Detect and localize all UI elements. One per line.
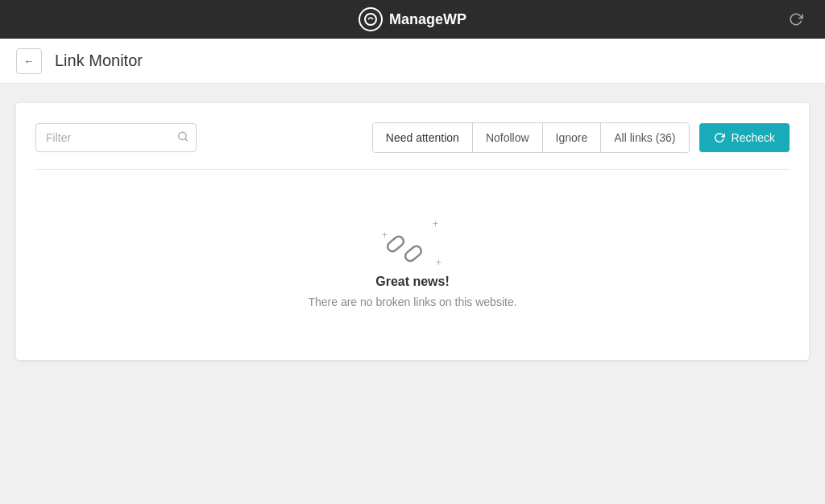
navbar: ManageWP — [0, 0, 825, 39]
filter-input-wrapper — [35, 123, 197, 152]
svg-point-0 — [365, 14, 376, 25]
chain-icon-container: + + + — [380, 218, 445, 275]
back-icon: ← — [23, 55, 35, 68]
logo-icon — [359, 7, 383, 31]
svg-rect-4 — [404, 244, 424, 262]
logo-text: ManageWP — [389, 11, 466, 28]
tab-ignore[interactable]: Ignore — [543, 123, 602, 152]
page-title: Link Monitor — [55, 52, 143, 70]
logo: ManageWP — [359, 7, 466, 31]
tab-group: Need attention Nofollow Ignore All links… — [372, 122, 690, 153]
tab-need-attention[interactable]: Need attention — [373, 123, 473, 152]
main-content: Need attention Nofollow Ignore All links… — [0, 84, 825, 504]
svg-rect-3 — [386, 234, 406, 253]
filter-input[interactable] — [35, 123, 197, 152]
empty-state: + + + Great news! There are no broken li… — [35, 170, 790, 341]
toolbar-right: Need attention Nofollow Ignore All links… — [372, 122, 790, 153]
back-button[interactable]: ← — [16, 48, 42, 74]
navbar-refresh-button[interactable] — [783, 6, 809, 32]
empty-state-title: Great news! — [375, 275, 450, 289]
card: Need attention Nofollow Ignore All links… — [16, 103, 809, 360]
spark-bottom-right: + — [436, 257, 442, 268]
page-header: ← Link Monitor — [0, 39, 825, 84]
tab-all-links[interactable]: All links (36) — [601, 123, 688, 152]
empty-state-description: There are no broken links on this websit… — [308, 295, 516, 308]
spark-top-right: + — [433, 218, 438, 229]
recheck-label: Recheck — [732, 131, 775, 144]
spark-left: + — [382, 229, 388, 241]
recheck-button[interactable]: Recheck — [699, 123, 790, 152]
toolbar: Need attention Nofollow Ignore All links… — [35, 122, 790, 153]
tab-nofollow[interactable]: Nofollow — [473, 123, 543, 152]
